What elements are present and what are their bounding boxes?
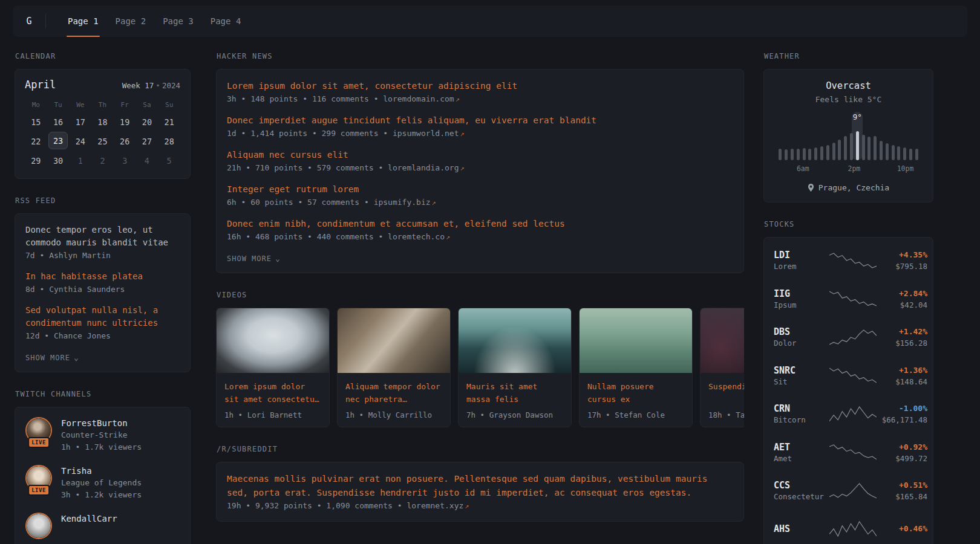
external-link-icon[interactable]: ↗ bbox=[465, 502, 469, 510]
twitch-widget: TWITCH CHANNELS LIVE ForrestBurton Count… bbox=[15, 390, 191, 544]
stock-row[interactable]: AHS +0.46% bbox=[774, 510, 923, 544]
app-logo[interactable]: G bbox=[13, 5, 45, 37]
weather-bar bbox=[908, 112, 914, 160]
stock-row[interactable]: DBSDolor +1.42%$156.28 bbox=[774, 318, 923, 357]
stock-ticker[interactable]: CCS bbox=[774, 479, 829, 491]
stock-sparkline bbox=[829, 290, 877, 308]
stock-ticker[interactable]: AET bbox=[774, 441, 829, 453]
channel-name[interactable]: Trisha bbox=[61, 465, 142, 477]
hn-link[interactable]: Donec enim nibh, condimentum et accumsan… bbox=[227, 217, 733, 230]
video-card[interactable]: Mauris sit amet massa felis 7h • Grayson… bbox=[458, 308, 572, 427]
right-column: WEATHER Overcast Feels like 5°C 9° 6am2p… bbox=[763, 52, 933, 544]
weather-bar bbox=[902, 112, 908, 160]
hn-link[interactable]: Aliquam nec cursus elit bbox=[227, 148, 733, 161]
tab-page-4[interactable]: Page 4 bbox=[202, 5, 250, 37]
external-link-icon[interactable]: ↗ bbox=[460, 164, 465, 172]
hackernews-widget-title: HACKER NEWS bbox=[217, 52, 744, 60]
rss-show-more-button[interactable]: SHOW MORE ⌄ bbox=[25, 351, 79, 363]
stock-ticker[interactable]: SNRC bbox=[774, 364, 829, 377]
weather-feels-like: Feels like 5°C bbox=[773, 95, 924, 104]
twitch-widget-title: TWITCH CHANNELS bbox=[15, 390, 191, 398]
calendar-day: 1 bbox=[69, 151, 91, 170]
weather-bar bbox=[843, 112, 849, 160]
tab-page-2[interactable]: Page 2 bbox=[107, 5, 155, 37]
hn-meta-text: 3h • 148 points • 116 comments • loremdo… bbox=[227, 94, 454, 103]
rss-meta: 12d • Chance Jones bbox=[25, 329, 180, 343]
hn-show-more-button[interactable]: SHOW MORE ⌄ bbox=[227, 251, 281, 264]
location-pin-icon bbox=[808, 184, 814, 192]
stock-row[interactable]: CRNBitcorn -1.00%$66,171.48 bbox=[774, 395, 923, 433]
reddit-post-meta: 19h • 9,932 points • 1,090 comments • lo… bbox=[227, 499, 733, 513]
rss-link[interactable]: In hac habitasse platea bbox=[25, 270, 180, 283]
calendar-day: 30 bbox=[47, 151, 70, 170]
stock-row[interactable]: IIGIpsum +2.84%$42.04 bbox=[774, 280, 923, 319]
rss-link[interactable]: Donec tempor eros leo, ut commodo mauris… bbox=[25, 224, 180, 249]
stock-row[interactable]: CCSConsectetur +0.51%$165.84 bbox=[774, 471, 923, 510]
stock-ticker[interactable]: CRN bbox=[774, 403, 829, 415]
stock-ticker[interactable]: DBS bbox=[774, 326, 829, 338]
weather-bar bbox=[890, 112, 896, 160]
weather-bar bbox=[884, 112, 890, 160]
video-thumbnail bbox=[701, 308, 744, 373]
stock-row[interactable]: SNRCSit +1.36%$148.64 bbox=[774, 357, 923, 395]
rss-meta: 8d • Cynthia Saunders bbox=[25, 283, 180, 296]
live-badge: LIVE bbox=[28, 485, 50, 496]
twitch-channel[interactable]: LIVE ForrestBurton Counter-Strike 1h • 1… bbox=[25, 417, 180, 453]
video-card[interactable]: Aliquam tempor dolor nec pharetra… 1h • … bbox=[337, 308, 451, 427]
stock-change: +2.84% bbox=[877, 288, 927, 300]
hn-link[interactable]: Donec imperdiet augue tincidunt felis al… bbox=[227, 114, 733, 127]
external-link-icon[interactable]: ↗ bbox=[446, 233, 450, 241]
video-card[interactable]: Suspendisse diam 18h • Tara bbox=[700, 308, 744, 427]
tab-page-3[interactable]: Page 3 bbox=[154, 5, 202, 37]
channel-name[interactable]: ForrestBurton bbox=[61, 417, 142, 429]
reddit-post-link[interactable]: Maecenas mollis pulvinar erat non posuer… bbox=[227, 472, 733, 499]
calendar-day-current: 23 bbox=[48, 132, 68, 149]
video-meta: 7h • Grayson Dawson bbox=[466, 406, 563, 419]
stock-sparkline bbox=[829, 443, 877, 461]
hn-meta: 3h • 148 points • 116 comments • loremdo… bbox=[227, 92, 733, 106]
stock-row[interactable]: LDILorem +4.35%$795.18 bbox=[774, 241, 923, 280]
weather-times: 6am2pm10pm bbox=[777, 164, 920, 174]
twitch-channel[interactable]: KendallCarr bbox=[25, 513, 180, 539]
weather-current-temp: 9° bbox=[853, 112, 862, 121]
weather-bar bbox=[896, 112, 902, 160]
rss-link[interactable]: Sed volutpat nulla nisl, a condimentum n… bbox=[25, 304, 180, 329]
subreddit-card: Maecenas mollis pulvinar erat non posuer… bbox=[216, 462, 744, 522]
tab-page-1[interactable]: Page 1 bbox=[59, 5, 107, 37]
external-link-icon[interactable]: ↗ bbox=[432, 198, 436, 207]
channel-name[interactable]: KendallCarr bbox=[61, 513, 117, 525]
video-card[interactable]: Lorem ipsum dolor sit amet consectetu… 1… bbox=[216, 308, 330, 427]
stock-ticker[interactable]: LDI bbox=[774, 249, 829, 261]
calendar-day-grid: 1516171819202122232425262728293012345 bbox=[25, 112, 180, 170]
stock-ticker[interactable]: AHS bbox=[774, 523, 829, 535]
video-row: Lorem ipsum dolor sit amet consectetu… 1… bbox=[216, 308, 744, 427]
stock-ticker[interactable]: IIG bbox=[774, 288, 829, 300]
top-nav: G Page 1 Page 2 Page 3 Page 4 bbox=[13, 5, 967, 37]
external-link-icon[interactable]: ↗ bbox=[460, 129, 465, 138]
stock-change: +4.35% bbox=[877, 249, 927, 261]
calendar-day: 15 bbox=[25, 112, 47, 131]
video-meta: 18h • Tara bbox=[708, 406, 744, 419]
reddit-meta-text: 19h • 9,932 points • 1,090 comments • lo… bbox=[227, 501, 463, 510]
hn-meta-text: 6h • 60 points • 57 comments • ipsumify.… bbox=[227, 198, 431, 207]
calendar-week-year: Week 17•2024 bbox=[122, 81, 180, 90]
video-card[interactable]: Nullam posuere cursus ex 17h • Stefan Co… bbox=[579, 308, 693, 427]
stock-name: Sit bbox=[774, 377, 829, 387]
video-meta: 1h • Molly Carrillo bbox=[345, 406, 442, 419]
hn-link[interactable]: Integer eget rutrum lorem bbox=[227, 183, 733, 196]
stock-row[interactable]: AETAmet +0.92%$499.72 bbox=[774, 433, 923, 472]
stock-price: $42.04 bbox=[877, 300, 927, 310]
weather-bar bbox=[837, 112, 843, 160]
external-link-icon[interactable]: ↗ bbox=[456, 95, 460, 103]
avatar: LIVE bbox=[25, 417, 52, 444]
show-more-label: SHOW MORE bbox=[227, 254, 272, 263]
subreddit-widget: /R/SUBREDDIT Maecenas mollis pulvinar er… bbox=[216, 445, 744, 522]
hn-item: Donec enim nibh, condimentum et accumsan… bbox=[227, 217, 733, 244]
calendar-day: 20 bbox=[136, 112, 158, 131]
avatar: LIVE bbox=[25, 465, 52, 491]
channel-meta: 1h • 1.7k viewers bbox=[61, 441, 142, 453]
weather-bar bbox=[819, 112, 825, 160]
twitch-channel[interactable]: LIVE Trisha League of Legends 3h • 1.2k … bbox=[25, 465, 180, 501]
hn-link[interactable]: Lorem ipsum dolor sit amet, consectetur … bbox=[227, 79, 733, 92]
hn-item: Integer eget rutrum lorem 6h • 60 points… bbox=[227, 183, 733, 209]
